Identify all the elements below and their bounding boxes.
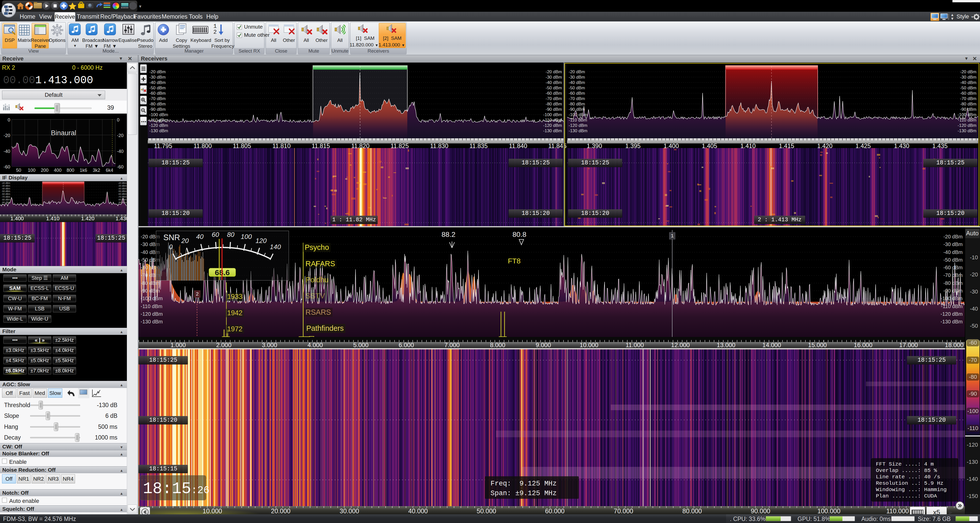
svg-text:Binaural: Binaural xyxy=(51,129,76,137)
